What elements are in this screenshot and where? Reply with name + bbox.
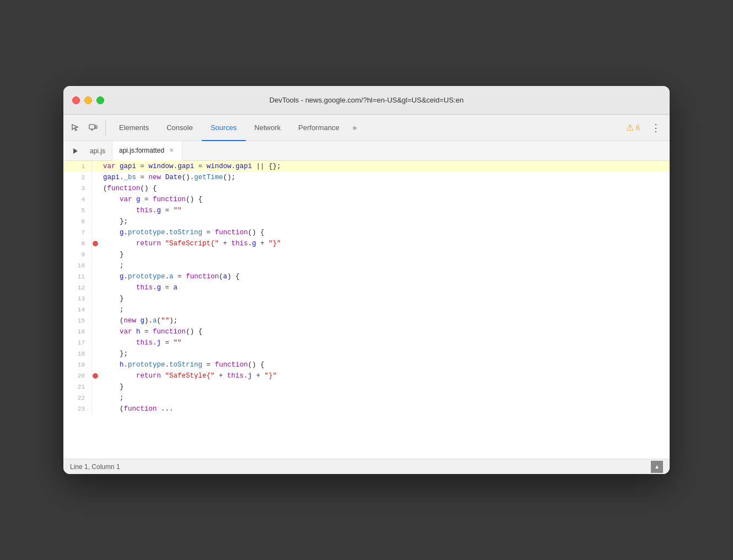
tab-console[interactable]: Console [158,115,202,141]
table-row: 11 g.prototype.a = function(a) { [63,271,670,282]
table-row: 10 ; [63,260,670,271]
minimize-button[interactable] [84,96,92,104]
maximize-button[interactable] [96,96,104,104]
table-row: 2 gapi._bs = new Date().getTime(); [63,172,670,183]
more-tabs-button[interactable]: » [348,115,361,141]
table-row: 18 }; [63,348,670,359]
table-row: 22 ; [63,392,670,403]
table-row: 15 (new g).a(""); [63,315,670,326]
toolbar-separator [105,120,106,136]
table-row: 23 (function ... [63,403,670,414]
devtools-window: DevTools - news.google.com/?hl=en-US&gl=… [63,86,670,474]
table-row: 7 g.prototype.toString = function() { [63,227,670,238]
device-icon[interactable] [85,120,101,136]
scroll-top-button[interactable]: ▲ [651,461,663,473]
tabs-container: Elements Console Sources Network Perform… [110,115,619,141]
table-row: 19 h.prototype.toString = function() { [63,359,670,370]
menu-button[interactable]: ⋮ [646,115,665,141]
file-tab-api-js[interactable]: api.js [83,141,112,161]
svg-rect-0 [89,125,95,129]
tab-sources[interactable]: Sources [202,115,246,141]
svg-rect-1 [95,126,97,128]
table-row: 6 }; [63,216,670,227]
status-bar: Line 1, Column 1 ▲ [63,459,670,474]
traffic-lights [72,96,104,104]
warning-icon: ⚠ [626,122,634,133]
table-row: 4 var g = function() { [63,194,670,205]
title-bar: DevTools - news.google.com/?hl=en-US&gl=… [63,86,670,115]
table-row: 14 ; [63,304,670,315]
table-row: 1 var gapi = window.gapi = window.gapi |… [63,161,670,172]
cursor-position: Line 1, Column 1 [70,463,120,471]
tab-network[interactable]: Network [246,115,290,141]
svg-marker-4 [73,148,78,154]
table-row: 16 var h = function() { [63,326,670,337]
inspect-icon[interactable] [68,120,83,136]
tab-elements[interactable]: Elements [110,115,158,141]
table-row: 13 } [63,293,670,304]
window-title: DevTools - news.google.com/?hl=en-US&gl=… [270,96,463,104]
toolbar: Elements Console Sources Network Perform… [63,115,670,141]
code-editor[interactable]: 1 var gapi = window.gapi = window.gapi |… [63,161,670,459]
warning-badge[interactable]: ⚠ 6 [622,122,644,133]
status-right: ▲ [651,461,663,473]
file-tabs: api.js api.js:formatted ✕ [63,141,670,161]
table-row: 20 return "SafeStyle{" + this.j + "}" [63,370,670,381]
table-row: 17 this.j = "" [63,337,670,348]
close-button[interactable] [72,96,80,104]
table-row: 21 } [63,381,670,392]
play-button[interactable] [68,143,83,159]
table-row: 3 (function() { [63,183,670,194]
close-tab-icon[interactable]: ✕ [168,147,175,154]
file-tab-api-js-formatted[interactable]: api.js:formatted ✕ [112,141,182,161]
table-row: 8 return "SafeScript{" + this.g + "}" [63,238,670,249]
tab-performance[interactable]: Performance [289,115,348,141]
table-row: 9 } [63,249,670,260]
table-row: 5 this.g = "" [63,205,670,216]
table-row: 12 this.g = a [63,282,670,293]
